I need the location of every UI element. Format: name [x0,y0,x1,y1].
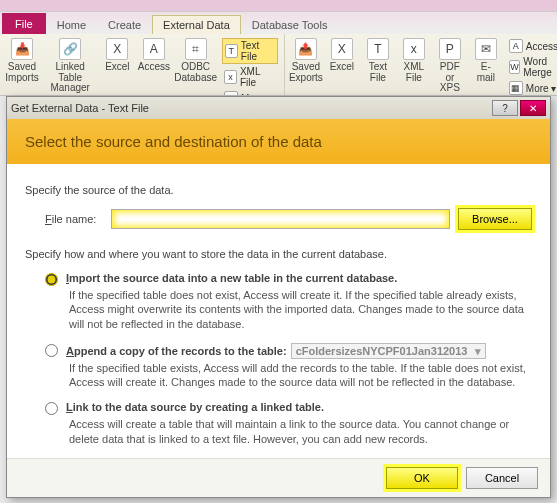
dialog-title: Get External Data - Text File [11,102,149,114]
import-odbc-button[interactable]: ⌗ODBCDatabase [173,36,218,96]
browse-button[interactable]: Browse... [458,208,532,230]
export-text-button[interactable]: TTextFile [361,36,395,96]
saved-imports-button[interactable]: 📥SavedImports [4,36,40,96]
ribbon: 📥SavedImports 🔗Linked TableManager XExce… [0,34,557,96]
option-link-label: Link to the data source by creating a li… [66,401,324,413]
export-pdf-label: PDFor XPS [436,62,464,94]
export-word-merge-button[interactable]: WWord Merge [507,55,557,79]
excel-icon: X [106,38,128,60]
append-table-select[interactable]: cFoldersizesNYCPF01Jan312013 [291,343,487,359]
saved-imports-icon: 📥 [11,38,33,60]
xml-file-icon: x [403,38,425,60]
more-icon: ▦ [509,81,523,95]
saved-exports-button[interactable]: 📤SavedExports [289,36,323,96]
import-more-stack: TText File xXML File ▦More ▾ [220,36,280,96]
pdf-icon: P [439,38,461,60]
import-xml-file-label: XML File [240,66,276,88]
import-odbc-label: ODBCDatabase [174,62,217,83]
email-icon: ✉ [475,38,497,60]
import-text-file-button[interactable]: TText File [222,38,278,64]
export-email-label: E-mail [472,62,500,83]
file-name-input[interactable] [111,209,450,229]
dialog-titlebar[interactable]: Get External Data - Text File ? ✕ [7,97,550,119]
import-excel-button[interactable]: XExcel [100,36,134,96]
ok-button[interactable]: OK [386,467,458,489]
access-icon: A [143,38,165,60]
xml-file-icon: x [224,70,237,84]
option-import-radio[interactable] [45,273,58,286]
import-wizard-dialog: Get External Data - Text File ? ✕ Select… [6,96,551,498]
export-pdf-button[interactable]: PPDFor XPS [433,36,467,96]
close-button[interactable]: ✕ [520,100,546,116]
text-file-icon: T [225,44,238,58]
export-email-button[interactable]: ✉E-mail [469,36,503,96]
specify-source-text: Specify the source of the data. [25,184,532,196]
access-icon: A [509,39,523,53]
dialog-body: Specify the source of the data. File nam… [7,164,550,458]
linked-table-label: Linked TableManager [45,62,95,94]
import-access-button[interactable]: AAccess [136,36,171,96]
linked-table-manager-button[interactable]: 🔗Linked TableManager [42,36,98,96]
export-more-label: More ▾ [526,83,557,94]
option-link-radio[interactable] [45,402,58,415]
app-titlebar [0,0,557,12]
option-import-desc: If the specified table does not exist, A… [69,288,532,331]
export-excel-button[interactable]: XExcel [325,36,359,96]
option-append-label: Append a copy of the records to the tabl… [66,343,486,359]
text-file-icon: T [367,38,389,60]
odbc-icon: ⌗ [185,38,207,60]
export-xml-button[interactable]: xXMLFile [397,36,431,96]
linked-table-icon: 🔗 [59,38,81,60]
export-excel-label: Excel [330,62,354,73]
saved-imports-label: SavedImports [5,62,38,83]
group-import-link: 📥SavedImports 🔗Linked TableManager XExce… [0,34,285,95]
export-xml-label: XMLFile [404,62,425,83]
import-text-file-label: Text File [241,40,275,62]
export-text-label: TextFile [369,62,387,83]
option-append-radio[interactable] [45,344,58,357]
export-more-button[interactable]: ▦More ▾ [507,80,557,96]
word-icon: W [509,60,521,74]
cancel-button[interactable]: Cancel [466,467,538,489]
export-access-label: Access [526,41,557,52]
tab-file[interactable]: File [2,13,46,34]
saved-exports-label: SavedExports [289,62,323,83]
help-button[interactable]: ? [492,100,518,116]
import-excel-label: Excel [105,62,129,73]
option-link-desc: Access will create a table that will mai… [69,417,532,446]
ribbon-tabs: File Home Create External Data Database … [0,12,557,34]
file-name-label: File name: [45,213,103,225]
export-word-merge-label: Word Merge [523,56,557,78]
tab-database-tools[interactable]: Database Tools [241,15,339,34]
import-xml-file-button[interactable]: xXML File [222,65,278,89]
tab-create[interactable]: Create [97,15,152,34]
import-access-label: Access [138,62,170,73]
specify-store-text: Specify how and where you want to store … [25,248,532,260]
option-append-desc: If the specified table exists, Access wi… [69,361,532,390]
dialog-banner: Select the source and destination of the… [7,119,550,164]
saved-exports-icon: 📤 [295,38,317,60]
excel-icon: X [331,38,353,60]
group-export: 📤SavedExports XExcel TTextFile xXMLFile … [285,34,557,95]
tab-home[interactable]: Home [46,15,97,34]
option-import-label: IImport the source data into a new table… [66,272,397,284]
tab-external-data[interactable]: External Data [152,15,241,34]
export-access-button[interactable]: AAccess [507,38,557,54]
export-more-stack: AAccess WWord Merge ▦More ▾ [505,36,557,96]
dialog-footer: OK Cancel [7,458,550,497]
